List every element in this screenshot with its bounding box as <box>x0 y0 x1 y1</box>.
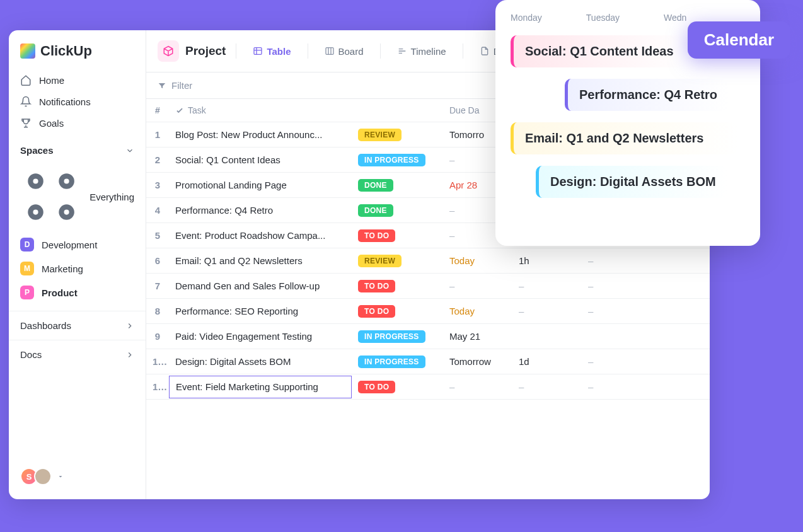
table-row[interactable]: 10 Design: Digital Assets BOM IN PROGRES… <box>146 349 710 374</box>
calendar-event[interactable]: Social: Q1 Content Ideas <box>511 35 685 67</box>
task-name[interactable]: Social: Q1 Content Ideas <box>169 154 352 165</box>
space-badge-icon: P <box>20 286 34 299</box>
row-num: 6 <box>146 255 169 266</box>
status-badge: DONE <box>358 204 393 217</box>
chevron-right-icon <box>125 350 134 359</box>
table-row[interactable]: 7 Demand Gen and Sales Follow-up TO DO –… <box>146 274 710 299</box>
task-name[interactable]: Event: Product Roadshow Campa... <box>169 230 352 241</box>
row-num: 3 <box>146 180 169 190</box>
sidebar-dashboards[interactable]: Dashboards <box>9 311 146 340</box>
calendar-badge[interactable]: Calendar <box>688 21 790 59</box>
due-date[interactable]: May 21 <box>443 331 512 342</box>
calendar-event[interactable]: Performance: Q4 Retro <box>565 79 729 111</box>
status-cell[interactable]: DONE <box>352 179 443 192</box>
status-badge: IN PROGRESS <box>358 356 425 368</box>
status-cell[interactable]: REVIEW <box>352 255 443 267</box>
cell-6[interactable]: – <box>582 280 676 291</box>
doc-icon <box>480 46 490 56</box>
day-monday: Monday <box>511 13 542 23</box>
status-cell[interactable]: TO DO <box>352 305 443 318</box>
status-badge: DONE <box>358 179 393 192</box>
nav-goals[interactable]: Goals <box>9 112 146 134</box>
col-num: # <box>146 105 169 115</box>
status-cell[interactable]: IN PROGRESS <box>352 356 443 368</box>
status-cell[interactable]: TO DO <box>352 229 443 242</box>
spaces-header-label: Spaces <box>20 145 54 156</box>
brand-name: ClickUp <box>40 43 92 59</box>
row-num: 10 <box>146 356 169 367</box>
trophy-icon <box>20 117 32 129</box>
divider <box>463 43 463 59</box>
space-badge-icon: M <box>20 262 34 275</box>
sidebar-item-everything[interactable]: Everything <box>9 161 146 233</box>
spaces-header[interactable]: Spaces <box>9 134 146 161</box>
status-cell[interactable]: REVIEW <box>352 129 443 141</box>
col-task[interactable]: Task <box>169 105 352 115</box>
due-date[interactable]: – <box>443 381 512 392</box>
due-date[interactable]: Today <box>443 255 512 266</box>
due-date[interactable]: – <box>443 280 512 291</box>
sidebar-space-marketing[interactable]: MMarketing <box>9 257 146 280</box>
status-cell[interactable]: IN PROGRESS <box>352 154 443 166</box>
avatar-photo <box>34 468 52 485</box>
svg-rect-5 <box>326 48 333 55</box>
table-row[interactable]: 6 Email: Q1 and Q2 Newsletters REVIEW To… <box>146 248 710 274</box>
project-title[interactable]: Project <box>158 40 226 62</box>
cell-5[interactable]: 1d <box>512 356 582 367</box>
nav-notifications[interactable]: Notifications <box>9 91 146 112</box>
status-badge: TO DO <box>358 280 395 292</box>
status-cell[interactable]: TO DO <box>352 280 443 292</box>
status-cell[interactable]: DONE <box>352 204 443 217</box>
cell-6[interactable]: – <box>582 306 676 316</box>
task-name[interactable]: Event: Field Marketing Supporting <box>169 376 352 398</box>
status-badge: REVIEW <box>358 255 402 267</box>
task-name[interactable]: Blog Post: New Product Announc... <box>169 129 352 140</box>
calendar-event[interactable]: Email: Q1 and Q2 Newsletters <box>511 122 737 154</box>
sidebar-space-development[interactable]: DDevelopment <box>9 233 146 257</box>
task-name[interactable]: Paid: Video Engagement Testing <box>169 331 352 342</box>
row-num: 11 <box>146 381 169 392</box>
task-name[interactable]: Promotional Landing Page <box>169 180 352 190</box>
cell-6[interactable]: – <box>582 255 676 266</box>
cell-5[interactable]: – <box>512 306 582 316</box>
cell-6[interactable]: – <box>582 356 676 367</box>
row-num: 2 <box>146 154 169 165</box>
row-num: 7 <box>146 280 169 291</box>
table-row[interactable]: 11 Event: Field Marketing Supporting TO … <box>146 374 710 400</box>
cell-5[interactable]: – <box>512 381 582 392</box>
svg-point-2 <box>30 207 40 217</box>
due-date[interactable]: Tomorrow <box>443 356 512 367</box>
task-name[interactable]: Design: Digital Assets BOM <box>169 356 352 367</box>
status-cell[interactable]: IN PROGRESS <box>352 330 443 343</box>
row-num: 4 <box>146 205 169 216</box>
task-name[interactable]: Performance: SEO Reporting <box>169 306 352 316</box>
task-name[interactable]: Performance: Q4 Retro <box>169 205 352 216</box>
view-table-label: Table <box>267 46 291 57</box>
status-cell[interactable]: TO DO <box>352 381 443 393</box>
due-date[interactable]: Today <box>443 306 512 316</box>
table-row[interactable]: 9 Paid: Video Engagement Testing IN PROG… <box>146 324 710 349</box>
sidebar-docs[interactable]: Docs <box>9 340 146 369</box>
status-badge: IN PROGRESS <box>358 330 425 343</box>
docs-label: Docs <box>20 349 42 360</box>
calendar-badge-label: Calendar <box>704 30 774 49</box>
view-timeline[interactable]: Timeline <box>391 42 453 61</box>
task-name[interactable]: Email: Q1 and Q2 Newsletters <box>169 255 352 266</box>
dashboards-label: Dashboards <box>20 320 71 331</box>
nav-home[interactable]: Home <box>9 69 146 91</box>
check-icon <box>175 106 184 115</box>
brand-logo[interactable]: ClickUp <box>9 43 146 69</box>
sidebar-space-product[interactable]: PProduct <box>9 280 146 304</box>
user-avatars[interactable]: S <box>9 461 146 492</box>
calendar-event[interactable]: Design: Digital Assets BOM <box>536 166 727 198</box>
cell-5[interactable]: – <box>512 280 582 291</box>
view-table[interactable]: Table <box>246 42 297 61</box>
cell-6[interactable]: – <box>582 381 676 392</box>
table-row[interactable]: 8 Performance: SEO Reporting TO DO Today… <box>146 299 710 324</box>
task-name[interactable]: Demand Gen and Sales Follow-up <box>169 280 352 291</box>
filter-button[interactable]: Filter <box>158 80 192 91</box>
view-board[interactable]: Board <box>318 42 370 61</box>
space-label: Product <box>42 287 78 298</box>
sidebar: ClickUp Home Notifications Goals Spaces … <box>9 30 146 499</box>
cell-5[interactable]: 1h <box>512 255 582 266</box>
